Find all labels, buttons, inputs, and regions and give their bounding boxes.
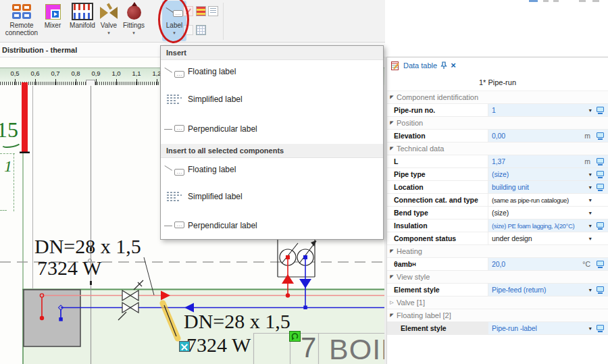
ribbon-toolbar: Remote connection Mixer Manifold Valve ▾… <box>0 0 385 43</box>
group-valve[interactable]: ▷ Valve [1] <box>387 296 608 309</box>
menu-item-perpendicular-label[interactable]: … Perpendicular label <box>161 115 383 142</box>
group-position[interactable]: ◤ Position <box>387 117 608 130</box>
property-label: Location <box>387 181 488 193</box>
property-value[interactable]: Pipe-run -label ▼ <box>488 322 608 334</box>
remote-connection-icon <box>12 4 31 19</box>
perpendicular-label-icon: … <box>161 125 188 133</box>
menu-item-simplified-label-all[interactable]: Simplified label <box>161 183 383 210</box>
close-icon[interactable]: × <box>451 61 456 70</box>
monitor-icon[interactable] <box>597 107 604 112</box>
property-label: θambH <box>387 258 488 270</box>
row-bend-type: Bend type (size) ▼ <box>387 207 608 219</box>
ruler-position-marker <box>86 80 95 85</box>
move-crossing-icon[interactable] <box>179 341 190 352</box>
monitor-icon[interactable] <box>597 261 604 266</box>
floating-label-icon: … <box>161 163 188 176</box>
monitor-icon[interactable] <box>597 132 604 138</box>
dropdown-arrow-icon[interactable]: ▼ <box>588 185 592 190</box>
remote-connection-button[interactable]: Remote connection <box>4 1 39 41</box>
menu-item-perpendicular-label-all[interactable]: … Perpendicular label <box>161 212 383 239</box>
label-icon: … <box>166 6 183 17</box>
menu-item-label: Simplified label <box>188 95 243 104</box>
group-component-identification[interactable]: ◤ Component identification <box>387 91 608 104</box>
dropdown-arrow-icon[interactable]: ▼ <box>588 211 592 215</box>
dropdown-arrow-icon[interactable]: ▼ <box>588 198 592 203</box>
pipe-label-1-size[interactable]: DN=28 x 1,5 <box>34 236 141 257</box>
dropdown-arrow-icon[interactable]: ▼ <box>588 172 592 177</box>
expander-icon[interactable]: ▷ <box>387 300 397 305</box>
menu-item-label: Floating label <box>188 165 236 174</box>
row-pipe-type: Pipe type (size) ▼ <box>387 168 608 181</box>
property-value[interactable]: building unit ▼ <box>488 181 608 193</box>
pump-group[interactable] <box>278 240 316 277</box>
manifold-button[interactable]: Manifold <box>67 1 98 41</box>
dropdown-arrow-icon[interactable]: ▼ <box>588 224 592 228</box>
schedule-icon[interactable] <box>196 6 206 16</box>
property-value[interactable]: under design ▼ <box>488 232 608 244</box>
property-label: Element style <box>387 284 488 296</box>
monitor-icon[interactable] <box>597 184 604 189</box>
simplified-label-icon <box>161 192 188 201</box>
table-icon[interactable] <box>196 25 206 35</box>
menu-item-simplified-label[interactable]: Simplified label <box>161 86 383 113</box>
mixer-button[interactable]: Mixer <box>40 1 66 41</box>
chevron-down-icon[interactable]: ▾ <box>173 30 176 35</box>
property-value[interactable]: 0,00 m <box>488 130 608 142</box>
menu-item-floating-label[interactable]: … Floating label <box>161 58 383 85</box>
group-heating[interactable]: ◤ Heating <box>387 245 608 258</box>
property-value[interactable]: Pipe-feed (return) ▼ <box>488 284 608 296</box>
dropdown-arrow-icon[interactable]: ▼ <box>588 326 592 331</box>
row-length: L 1,37 m <box>387 155 608 168</box>
pipe-label-1-power[interactable]: 7324 W <box>37 258 101 278</box>
button-label: Label <box>166 22 182 30</box>
valve-button[interactable]: Valve ▾ <box>98 1 120 41</box>
data-table-tab[interactable]: Data table × <box>387 57 608 74</box>
monitor-icon[interactable] <box>597 158 604 163</box>
chevron-down-icon[interactable]: ▾ <box>132 30 135 35</box>
property-value[interactable]: (same as pipe-run catalogue) ▼ <box>488 194 608 206</box>
group-technical-data[interactable]: ◤ Technical data <box>387 142 608 155</box>
expander-icon[interactable]: ◤ <box>387 313 397 318</box>
pin-icon[interactable] <box>440 61 447 70</box>
view-tab-distribution-thermal[interactable]: Distribution - thermal <box>0 46 77 54</box>
fittings-button[interactable]: Fittings ▾ <box>120 1 147 41</box>
expander-icon[interactable]: ◤ <box>387 95 397 100</box>
property-value[interactable]: (size) ▼ <box>488 207 608 219</box>
rotate-icon[interactable] <box>289 331 301 342</box>
property-value[interactable]: (size) ▼ <box>488 168 608 180</box>
unit-label: m <box>584 132 590 140</box>
dropdown-arrow-icon[interactable]: ▼ <box>588 288 592 292</box>
group-view-style[interactable]: ◤ View style <box>387 271 608 284</box>
dropdown-arrow-icon[interactable]: ▼ <box>588 236 592 241</box>
menu-item-label: Simplified label <box>188 192 243 201</box>
small-label-icon[interactable] <box>183 25 193 35</box>
monitor-icon[interactable] <box>597 325 604 330</box>
property-value[interactable]: 1,37 m <box>488 155 608 167</box>
top-window-icon-fragment <box>543 0 549 2</box>
pipe-label-2-power[interactable]: 7324 W <box>186 335 251 355</box>
expander-icon[interactable]: ◤ <box>387 120 397 126</box>
group-floating-label[interactable]: ◤ Floating label [2] <box>387 309 608 322</box>
monitor-icon[interactable] <box>597 222 604 228</box>
building-block[interactable] <box>24 290 80 346</box>
monitor-icon[interactable] <box>597 171 604 176</box>
form-icon[interactable] <box>208 6 218 16</box>
monitor-icon[interactable] <box>597 286 604 292</box>
edit-label-icon[interactable] <box>183 6 193 16</box>
property-value[interactable]: 1 ▼ <box>488 104 608 116</box>
top-window-icon-fragment <box>529 0 538 2</box>
dropdown-arrow-icon[interactable]: ▼ <box>588 108 592 113</box>
expander-icon[interactable]: ◤ <box>387 146 397 151</box>
expander-icon[interactable]: ◤ <box>387 249 397 254</box>
fittings-icon <box>127 5 141 20</box>
property-value[interactable]: 20,0 °C <box>488 258 608 270</box>
property-value[interactable]: (size) PE foam lagging, λ(20°C) ▼ <box>488 219 608 232</box>
pipe-label-2-size[interactable]: DN=28 x 1,5 <box>184 311 290 332</box>
chevron-down-icon[interactable]: ▾ <box>107 30 110 35</box>
zone-dashed-box <box>0 153 15 154</box>
expander-icon[interactable]: ◤ <box>387 274 397 280</box>
manifold-icon <box>72 3 93 20</box>
menu-item-floating-label-all[interactable]: … Floating label <box>161 156 383 183</box>
riser-red-bar[interactable] <box>22 82 28 153</box>
floating-label-icon: … <box>161 66 188 78</box>
